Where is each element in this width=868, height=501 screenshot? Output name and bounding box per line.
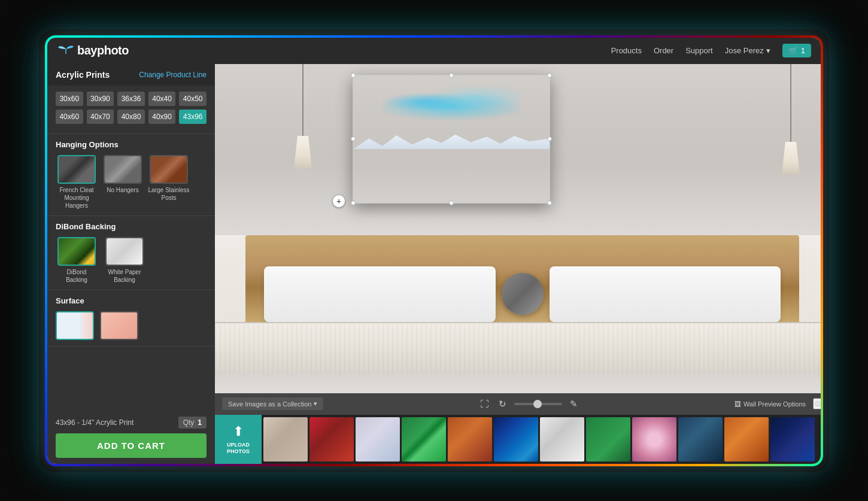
edit-icon[interactable]: ✎ (568, 397, 579, 411)
logo-text: bayphoto (77, 44, 129, 57)
french-cleat-img (57, 155, 96, 184)
hanging-options-title: Hanging Options (56, 140, 207, 149)
save-collection-label: Save Images as a Collection (228, 400, 311, 408)
hanging-large-posts[interactable]: Large Stainless Posts (148, 155, 190, 209)
zoom-slider-thumb (533, 400, 542, 408)
refresh-icon[interactable]: ↻ (497, 397, 508, 411)
photo-thumb-11[interactable] (724, 417, 769, 461)
main-content: Acrylic Prints Change Product Line 30x60… (47, 64, 821, 464)
size-btn-30x60[interactable]: 30x60 (56, 92, 83, 106)
size-row-1: 30x60 30x90 36x36 40x40 40x50 (56, 92, 207, 106)
scroll-right-button[interactable]: › (817, 433, 821, 445)
nav-products[interactable]: Products (611, 46, 642, 55)
app-header: bayphoto Products Order Support Jose Per… (47, 38, 821, 64)
photo-thumb-6[interactable] (494, 417, 538, 461)
dibond-section: DiBond Backing DiBond Backing (47, 216, 215, 290)
qty-value: 1 (198, 418, 202, 427)
white-paper-icon (107, 238, 142, 265)
wall-preview-options[interactable]: 🖼 Wall Preview Options (735, 400, 806, 408)
french-cleat-icon (59, 156, 95, 183)
photo-thumb-2[interactable] (309, 417, 354, 461)
size-btn-40x90[interactable]: 40x90 (148, 110, 176, 124)
photo-thumb-1[interactable] (263, 417, 308, 461)
photo-thumb-10[interactable] (678, 417, 723, 461)
surface-option-2[interactable] (100, 311, 138, 340)
size-btn-40x50[interactable]: 40x50 (179, 92, 207, 106)
user-menu[interactable]: Jose Perez ▾ (725, 46, 770, 55)
resize-handle-bm[interactable] (449, 201, 454, 205)
cart-button[interactable]: 🛒 1 (782, 44, 811, 57)
photo-thumb-5[interactable] (448, 417, 492, 461)
resize-handle-lm[interactable] (351, 136, 356, 141)
size-btn-36x36[interactable]: 36x36 (117, 92, 145, 106)
photo-thumb-3[interactable] (356, 417, 400, 461)
zoom-slider[interactable] (514, 403, 562, 405)
settings-button[interactable]: ⚙ (813, 398, 821, 409)
size-btn-40x60[interactable]: 40x60 (56, 110, 83, 124)
main-nav: Products Order Support Jose Perez ▾ 🛒 1 (611, 44, 811, 57)
toolbar-actions: ⛶ ↻ ✎ (478, 397, 579, 411)
size-btn-40x40[interactable]: 40x40 (148, 92, 176, 106)
add-to-scene-button[interactable]: + (332, 195, 345, 208)
nav-order[interactable]: Order (654, 46, 673, 55)
surface-cards (56, 311, 207, 340)
pendant-light-right (782, 64, 800, 175)
photo-thumb-7[interactable] (540, 417, 584, 461)
sidebar-footer: 43x96 - 1/4" Acrylic Print Qty 1 ADD TO … (47, 411, 215, 464)
pendant-shade-left (294, 136, 312, 169)
size-grid: 30x60 30x90 36x36 40x40 40x50 40x60 40x7… (47, 86, 215, 134)
save-collection-button[interactable]: Save Images as a Collection ▾ (222, 397, 323, 410)
product-name: 43x96 - 1/4" Acrylic Print (56, 418, 133, 427)
logo: bayphoto (57, 44, 129, 57)
surface-section: Surface (47, 290, 215, 347)
dibond-backing-label: DiBond Backing (56, 268, 98, 284)
pendant-cord-right (790, 64, 791, 142)
white-paper-backing[interactable]: White Paper Backing (104, 237, 145, 284)
size-row-2: 40x60 40x70 40x80 40x90 43x96 (56, 110, 207, 124)
photo-thumb-9[interactable] (632, 417, 676, 461)
size-btn-43x96[interactable]: 43x96 (179, 110, 207, 124)
change-product-link[interactable]: Change Product Line (139, 71, 207, 79)
size-btn-40x70[interactable]: 40x70 (87, 110, 114, 124)
cart-icon: 🛒 (788, 46, 798, 55)
resize-handle-rm[interactable] (547, 136, 552, 141)
pillows-area (264, 266, 781, 321)
dibond-backing-img (57, 237, 96, 266)
qty-box[interactable]: Qty 1 (178, 417, 207, 429)
wall-art[interactable] (353, 75, 550, 204)
no-hangers-icon (105, 156, 141, 183)
photo-thumbnails (262, 415, 817, 464)
sidebar-title: Acrylic Prints (56, 70, 110, 80)
photo-thumb-12[interactable] (770, 417, 815, 461)
chevron-down-icon: ▾ (766, 46, 770, 55)
pendant-light-left (294, 64, 312, 169)
dibond-forest-icon (59, 238, 95, 265)
hanging-options-section: Hanging Options French Cleat Mounting Ha… (47, 134, 215, 216)
resize-handle-br[interactable] (547, 201, 552, 205)
photo-thumb-8[interactable] (586, 417, 630, 461)
size-btn-30x90[interactable]: 30x90 (87, 92, 114, 106)
size-btn-40x80[interactable]: 40x80 (117, 110, 145, 124)
hanging-french-cleat[interactable]: French Cleat Mounting Hangers (56, 155, 98, 209)
surface-option-1[interactable] (56, 311, 94, 340)
pendant-cord-left (302, 64, 304, 136)
resize-handle-bl[interactable] (351, 201, 356, 205)
resize-handle-tr[interactable] (547, 73, 552, 78)
dibond-backing[interactable]: DiBond Backing (56, 237, 98, 284)
sidebar: Acrylic Prints Change Product Line 30x60… (47, 64, 215, 464)
white-paper-img (105, 237, 144, 266)
photo-thumb-4[interactable] (402, 417, 446, 461)
nav-support[interactable]: Support (685, 46, 713, 55)
upload-icon: ⬆ (233, 424, 244, 439)
hanging-none[interactable]: No Hangers (104, 155, 142, 209)
bed-area (215, 235, 821, 393)
resize-handle-tl[interactable] (351, 73, 356, 78)
add-to-cart-button[interactable]: ADD TO CART (56, 433, 207, 458)
pillow-left (264, 266, 495, 321)
crop-icon[interactable]: ⛶ (478, 397, 491, 411)
user-name: Jose Perez (725, 46, 764, 55)
pillow-right (550, 266, 781, 321)
resize-handle-tm[interactable] (449, 73, 454, 78)
upload-photos-button[interactable]: ⬆ UPLOAD PHOTOS (215, 415, 262, 464)
floor-area (215, 374, 821, 393)
